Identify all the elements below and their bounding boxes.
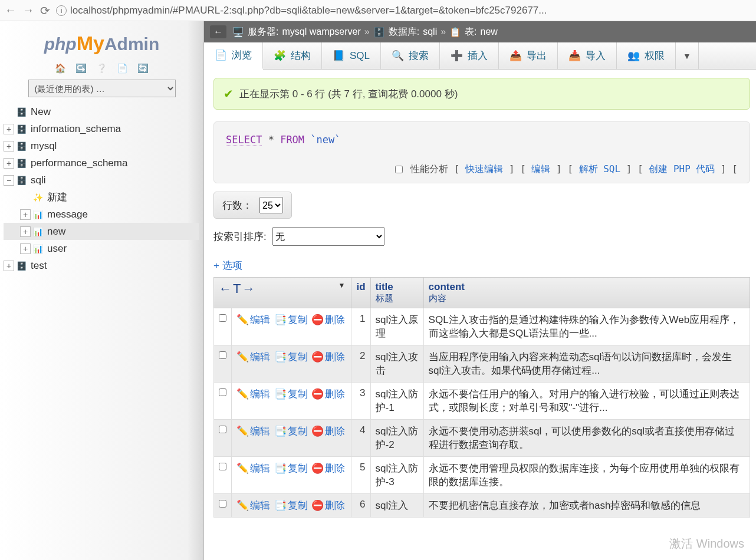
- edit-button[interactable]: 编辑: [250, 351, 270, 363]
- edit-button[interactable]: 编辑: [250, 388, 270, 400]
- row-checkbox[interactable]: [219, 388, 226, 396]
- row-checkbox[interactable]: [219, 314, 226, 322]
- copy-button[interactable]: 复制: [288, 388, 308, 400]
- home-icon[interactable]: 🏠: [55, 63, 66, 73]
- tab-插入[interactable]: ➕插入: [440, 42, 499, 69]
- create-php-link[interactable]: 创建 PHP 代码: [649, 163, 715, 174]
- edit-icon: ✏️: [236, 351, 249, 363]
- edit-button[interactable]: 编辑: [250, 426, 270, 437]
- expand-icon[interactable]: +: [4, 261, 14, 271]
- tree-item[interactable]: +📊user: [4, 240, 199, 257]
- bc-server[interactable]: mysql wampserver: [282, 27, 360, 37]
- row-checkbox[interactable]: [219, 463, 226, 470]
- delete-button[interactable]: 删除: [325, 388, 345, 400]
- copy-icon: 📑: [274, 351, 287, 363]
- tbl-icon: 📊: [33, 210, 45, 219]
- tab-SQL[interactable]: 📘SQL: [322, 42, 381, 69]
- cell-title: sql注入原理: [370, 308, 423, 345]
- chevron-down-icon[interactable]: ▼: [338, 281, 346, 289]
- tab-权限[interactable]: 👥权限: [617, 42, 676, 69]
- docs-icon[interactable]: ❔: [96, 63, 107, 73]
- tree-item[interactable]: +🗄️test: [4, 257, 199, 274]
- row-checkbox[interactable]: [219, 500, 226, 508]
- tbl-icon: 📊: [33, 227, 45, 236]
- tab-结构[interactable]: 🧩结构: [263, 42, 322, 69]
- db-icon: 🗄️: [17, 124, 28, 134]
- th-title[interactable]: title标题: [370, 278, 423, 308]
- bc-table[interactable]: new: [481, 27, 498, 37]
- delete-button[interactable]: 删除: [325, 463, 345, 474]
- expand-icon[interactable]: +: [20, 226, 31, 237]
- copy-button[interactable]: 复制: [288, 500, 308, 511]
- row-checkbox[interactable]: [219, 426, 226, 433]
- explain-sql-link[interactable]: 解析 SQL: [579, 163, 621, 174]
- copy-button[interactable]: 复制: [288, 351, 308, 363]
- rows-select[interactable]: 25: [259, 197, 283, 213]
- tab-浏览[interactable]: 📄浏览: [204, 42, 263, 70]
- url-bar[interactable]: i localhost/phpmyadmin/#PMAURL-2:sql.php…: [56, 5, 751, 17]
- logout-icon[interactable]: ↪️: [75, 63, 87, 73]
- th-id[interactable]: id: [351, 278, 370, 308]
- tree-item[interactable]: ✨新建: [4, 189, 199, 206]
- cell-content: 永远不要使用管理员权限的数据库连接，为每个应用使用单独的权限有限的数据库连接。: [423, 457, 750, 494]
- site-info-icon[interactable]: i: [56, 5, 67, 16]
- expand-icon[interactable]: +: [4, 141, 14, 151]
- tree-item[interactable]: +🗄️performance_schema: [4, 154, 199, 172]
- server-icon: 🖥️: [232, 27, 244, 38]
- tree-item[interactable]: +🗄️information_schema: [4, 120, 199, 137]
- copy-button[interactable]: 复制: [288, 314, 308, 325]
- delete-button[interactable]: 删除: [325, 500, 345, 511]
- tab-搜索[interactable]: 🔍搜索: [381, 42, 440, 69]
- tree-item[interactable]: +🗄️mysql: [4, 137, 199, 154]
- edit-button[interactable]: 编辑: [250, 500, 270, 511]
- expand-icon[interactable]: +: [20, 243, 31, 254]
- forward-icon[interactable]: →: [22, 4, 34, 17]
- cell-title: sql注入: [370, 494, 423, 518]
- row-checkbox[interactable]: [219, 351, 226, 359]
- copy-button[interactable]: 复制: [288, 426, 308, 437]
- tree-item[interactable]: +📊message: [4, 206, 199, 223]
- reload-icon[interactable]: ⟳: [40, 4, 50, 18]
- expand-icon[interactable]: +: [4, 158, 14, 169]
- delete-button[interactable]: 删除: [325, 426, 345, 437]
- expand-icon[interactable]: +: [4, 124, 14, 134]
- tab-icon: 🔍: [392, 50, 404, 62]
- tab-more[interactable]: ▼: [676, 42, 699, 69]
- tab-icon: 📤: [510, 50, 522, 62]
- tree-item[interactable]: 🗄️New: [4, 103, 199, 120]
- check-icon: ✔: [223, 87, 234, 101]
- delete-icon: ⛔: [311, 314, 324, 325]
- edit-button[interactable]: 编辑: [250, 463, 270, 474]
- options-toggle[interactable]: + 选项: [213, 259, 750, 272]
- th-content[interactable]: content内容: [423, 278, 750, 308]
- cell-content: SQL注入攻击指的是通过构建特殊的输入作为参数传入Web应用程序，而这些输入大都…: [423, 308, 750, 345]
- profile-checkbox[interactable]: [395, 166, 403, 173]
- back-icon[interactable]: ←: [5, 4, 17, 17]
- edit-button[interactable]: 编辑: [250, 314, 270, 325]
- tab-导入[interactable]: 📥导入: [558, 42, 617, 69]
- sort-index-select[interactable]: 无: [272, 227, 384, 246]
- inline-edit-link[interactable]: 快速编辑: [465, 163, 503, 174]
- database-icon: 🗄️: [373, 27, 385, 38]
- recent-tables-select[interactable]: (最近使用的表) …: [28, 80, 176, 97]
- table-row: ✏️编辑 📑复制 ⛔删除 2 sql注入攻击 当应用程序使用输入内容来构造动态s…: [214, 345, 750, 383]
- expand-icon[interactable]: +: [20, 209, 31, 220]
- sql-window-icon[interactable]: 📄: [117, 63, 128, 73]
- bc-database[interactable]: sqli: [423, 27, 437, 37]
- refresh-icon[interactable]: 🔄: [137, 63, 149, 73]
- table-row: ✏️编辑 📑复制 ⛔删除 3 sql注入防护-1 永远不要信任用户的输入。对用户…: [214, 383, 750, 420]
- copy-button[interactable]: 复制: [288, 463, 308, 474]
- table-row: ✏️编辑 📑复制 ⛔删除 5 sql注入防护-3 永远不要使用管理员权限的数据库…: [214, 457, 750, 494]
- delete-button[interactable]: 删除: [325, 314, 345, 325]
- tree-item[interactable]: +📊new: [4, 223, 199, 240]
- new-icon: ✨: [33, 193, 45, 202]
- expand-icon[interactable]: −: [4, 175, 14, 186]
- tree-item[interactable]: −🗄️sqli: [4, 172, 199, 189]
- cell-content: 永远不要信任用户的输入。对用户的输入进行校验，可以通过正则表达式，或限制长度；对…: [423, 383, 750, 420]
- results-table: ←T→ ▼ id title标题 content内容 ✏️编辑 📑复制 ⛔删除 …: [213, 277, 750, 518]
- tab-导出[interactable]: 📤导出: [499, 42, 558, 69]
- collapse-nav-icon[interactable]: ←: [210, 25, 226, 38]
- cell-content: 当应用程序使用输入内容来构造动态sql语句以访问数据库时，会发生sql注入攻击。…: [423, 345, 750, 383]
- delete-button[interactable]: 删除: [325, 351, 345, 363]
- edit-link[interactable]: 编辑: [531, 163, 550, 174]
